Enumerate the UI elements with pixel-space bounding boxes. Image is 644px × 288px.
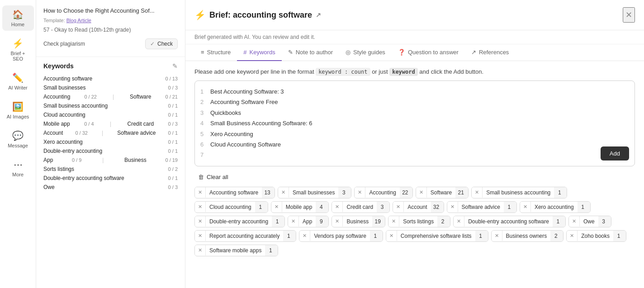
check-row: Check plagiarism ✓ Check	[43, 35, 178, 53]
style-tab-icon: ◎	[346, 49, 350, 56]
tag-label: Zoho books	[578, 231, 613, 241]
tag-remove-button[interactable]: ✕	[299, 231, 310, 241]
tag-remove-button[interactable]: ✕	[567, 231, 578, 241]
check-btn-label: Check	[157, 41, 173, 47]
edit-keywords-icon[interactable]: ✎	[172, 62, 178, 70]
sidebar-item-brief-seo[interactable]: ⚡ Brief + SEO	[2, 34, 34, 65]
tag-remove-button[interactable]: ✕	[332, 202, 343, 212]
tag-count: 1	[272, 216, 284, 227]
tag-label: Mobile app	[282, 202, 316, 212]
brief-seo-icon: ⚡	[12, 38, 24, 49]
tag-remove-button[interactable]: ✕	[288, 216, 299, 227]
kw-row: Double-entry accounting 0 / 1	[43, 146, 178, 156]
tag-remove-button[interactable]: ✕	[195, 231, 206, 241]
keyword-tag: ✕ Owe 3	[568, 216, 611, 227]
kw-row: Account 0 / 32 | Software advice 0 / 1	[43, 128, 178, 137]
tag-count: 22	[400, 187, 412, 198]
tag-count: 1	[370, 231, 383, 241]
tab-question-label: Question to answer	[408, 49, 459, 56]
tag-label: Software	[427, 187, 455, 198]
tag-remove-button[interactable]: ✕	[393, 202, 404, 212]
tag-remove-button[interactable]: ✕	[195, 216, 206, 227]
tab-structure[interactable]: ≡ Structure	[194, 44, 237, 61]
tag-remove-button[interactable]: ✕	[388, 216, 399, 227]
sidebar-item-ai-images[interactable]: 🖼️ AI Images	[2, 98, 34, 123]
keyword-tag: ✕ Software advice 1	[447, 201, 517, 213]
tab-keywords[interactable]: # Keywords	[237, 44, 281, 61]
modal-body: Please add one keyword per line in the f…	[185, 61, 644, 288]
tag-count: 3	[377, 202, 389, 212]
keyword-tag: ✕ Comprehensive software lists 1	[386, 230, 488, 242]
external-link-icon[interactable]: ↗	[316, 11, 321, 19]
tag-label: Accounting software	[206, 187, 262, 198]
kw-name: Accounting	[43, 94, 70, 100]
keyword-tag: ✕ Vendors pay software 1	[299, 230, 383, 242]
sidebar-ai-writer-label: AI Writer	[8, 85, 28, 90]
sidebar-item-ai-writer[interactable]: ✏️ AI Writer	[2, 69, 34, 94]
sidebar-home-label: Home	[11, 22, 24, 27]
structure-tab-icon: ≡	[201, 49, 204, 56]
tag-remove-button[interactable]: ✕	[520, 202, 531, 212]
tag-remove-button[interactable]: ✕	[492, 231, 502, 241]
kw-count: 0 / 32	[75, 130, 88, 136]
tag-label: Software advice	[458, 202, 504, 212]
check-icon: ✓	[150, 41, 155, 47]
close-button[interactable]: ✕	[623, 7, 635, 23]
keyword-tag: ✕ Accounting 22	[354, 187, 412, 198]
keyword-tag: ✕ Zoho books 1	[566, 230, 626, 242]
tag-remove-button[interactable]: ✕	[416, 187, 427, 198]
keyword-tag: ✕ Software 21	[416, 187, 469, 198]
document-title: How to Choose the Right Accounting Sof..…	[43, 7, 178, 14]
tag-remove-button[interactable]: ✕	[195, 202, 206, 212]
kw-count2: 0 / 1	[168, 130, 178, 136]
sidebar-item-more[interactable]: ⋯ More	[2, 156, 34, 181]
tab-references[interactable]: ↗ References	[465, 44, 515, 61]
tag-remove-button[interactable]: ✕	[355, 187, 365, 198]
tag-count: 1	[255, 202, 268, 212]
kw-name: Account	[43, 130, 63, 136]
tag-remove-button[interactable]: ✕	[386, 231, 397, 241]
keywords-textarea[interactable]: 1Best Accounting Software: 32Accounting …	[194, 80, 635, 166]
textarea-line: 3Quickbooks	[200, 108, 629, 118]
line-number: 4	[200, 118, 207, 128]
sidebar-item-message[interactable]: 💬 Message	[2, 127, 34, 152]
tab-note-label: Note to author	[296, 49, 333, 56]
tab-structure-label: Structure	[207, 49, 231, 56]
kw-row: Accounting software 0 / 13	[43, 74, 178, 83]
modal-title-text: Brief: accounting software	[209, 10, 312, 20]
tag-count: 1	[475, 231, 488, 241]
tag-remove-button[interactable]: ✕	[472, 187, 483, 198]
kw-count: 0 / 3	[168, 184, 178, 190]
tag-remove-button[interactable]: ✕	[195, 187, 206, 198]
tag-remove-button[interactable]: ✕	[454, 216, 464, 227]
kw-name: Double-entry accounting software	[43, 175, 124, 181]
check-button[interactable]: ✓ Check	[145, 38, 178, 49]
tag-remove-button[interactable]: ✕	[271, 202, 282, 212]
tag-remove-button[interactable]: ✕	[278, 187, 289, 198]
tag-remove-button[interactable]: ✕	[447, 202, 458, 212]
tag-label: Owe	[580, 216, 598, 227]
message-icon: 💬	[12, 130, 24, 141]
tag-remove-button[interactable]: ✕	[332, 216, 343, 227]
tag-remove-button[interactable]: ✕	[195, 245, 206, 255]
tag-remove-button[interactable]: ✕	[569, 216, 580, 227]
sidebar-item-home[interactable]: 🏠 Home	[2, 5, 34, 31]
tag-label: Comprehensive software lists	[397, 231, 475, 241]
tab-question-to-answer[interactable]: ❓ Question to answer	[392, 44, 465, 61]
tab-note-to-author[interactable]: ✎ Note to author	[282, 44, 339, 61]
textarea-line: 7	[200, 150, 629, 160]
line-number: 6	[200, 139, 207, 150]
tag-count: 1	[265, 245, 278, 256]
kw-name: App	[43, 157, 53, 163]
keyword-tag: ✕ Business owners 2	[491, 230, 564, 242]
left-panel: How to Choose the Right Accounting Sof..…	[36, 0, 185, 288]
tab-style-guides[interactable]: ◎ Style guides	[339, 44, 392, 61]
kw-name: Small business accounting	[43, 103, 108, 109]
tag-label: Cloud accounting	[206, 202, 255, 212]
clear-all-button[interactable]: 🗑 Clear all	[194, 172, 232, 182]
line-number: 3	[200, 108, 207, 118]
bolt-icon: ⚡	[194, 9, 206, 20]
add-button[interactable]: Add	[601, 146, 629, 161]
kw-name: Owe	[43, 184, 55, 190]
template-link[interactable]: Blog Article	[66, 18, 91, 23]
